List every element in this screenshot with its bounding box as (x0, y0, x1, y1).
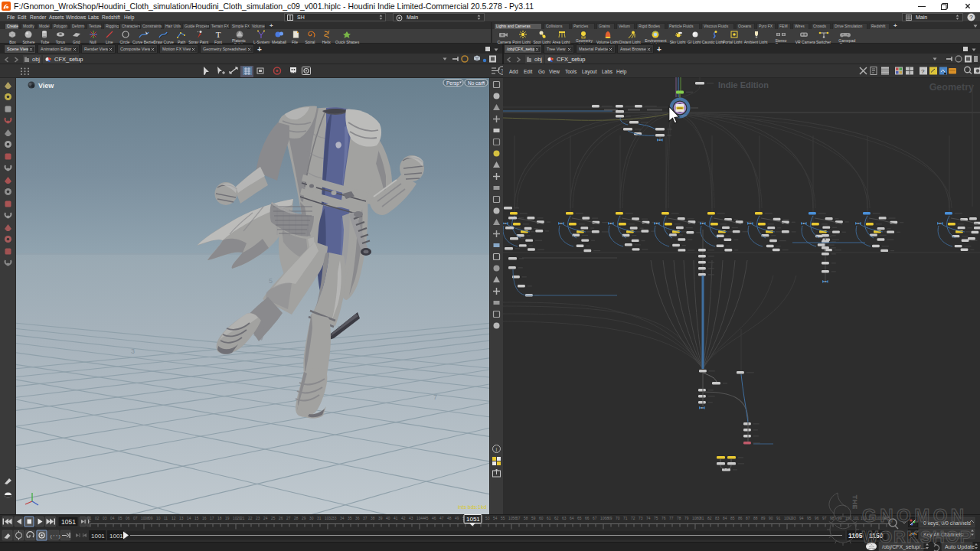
svg-text:No cam: No cam (468, 80, 485, 86)
svg-text:07: 07 (133, 517, 138, 520)
svg-text:15: 15 (194, 517, 199, 520)
svg-text:14: 14 (187, 517, 191, 520)
svg-text:Persp: Persp (446, 80, 459, 86)
svg-text:18: 18 (217, 517, 222, 520)
svg-text:04: 04 (110, 517, 115, 520)
svg-text:Edit: Edit (524, 69, 532, 74)
svg-text:03: 03 (103, 517, 107, 520)
svg-text:i: i (496, 446, 498, 453)
svg-text:79: 79 (684, 517, 689, 520)
svg-text:Help: Help (616, 69, 627, 75)
svg-text:84: 84 (723, 517, 727, 520)
svg-text:28: 28 (294, 517, 299, 520)
svg-text:T: T (216, 30, 221, 39)
svg-text:67: 67 (593, 517, 597, 520)
svg-text:11: 11 (164, 517, 168, 520)
svg-text:33: 33 (332, 517, 337, 520)
svg-text:55: 55 (501, 517, 505, 520)
svg-text:27: 27 (286, 517, 291, 520)
svg-text:57: 57 (516, 517, 521, 520)
svg-text:58: 58 (524, 517, 528, 520)
svg-text:23: 23 (256, 517, 260, 520)
svg-text:81: 81 (700, 517, 704, 520)
svg-text:95: 95 (807, 517, 812, 520)
svg-text:?: ? (969, 14, 973, 21)
svg-text:69: 69 (608, 517, 612, 520)
svg-text:01: 01 (87, 517, 92, 520)
svg-text:16: 16 (202, 517, 207, 520)
svg-text:91: 91 (776, 517, 781, 520)
svg-text:34: 34 (340, 517, 345, 520)
svg-text:71: 71 (623, 517, 628, 520)
svg-text:Layout: Layout (582, 69, 597, 75)
svg-text:77: 77 (669, 517, 674, 520)
svg-text:12: 12 (172, 517, 176, 520)
svg-text:93: 93 (792, 517, 796, 520)
svg-text:35: 35 (348, 517, 352, 520)
svg-text:(''): ('') (50, 534, 60, 540)
svg-text:41: 41 (394, 517, 398, 520)
svg-text:43: 43 (409, 517, 413, 520)
svg-text:65: 65 (577, 517, 582, 520)
svg-text:31: 31 (317, 517, 322, 520)
svg-text:63: 63 (562, 517, 567, 520)
svg-text:View: View (549, 69, 560, 74)
svg-text:73: 73 (639, 517, 643, 520)
svg-text:Tools: Tools (565, 69, 577, 74)
svg-text:36: 36 (355, 517, 360, 520)
svg-text:76: 76 (662, 517, 666, 520)
svg-text:1001: 1001 (109, 533, 123, 540)
svg-text:94: 94 (799, 517, 804, 520)
svg-text:83: 83 (715, 517, 720, 520)
svg-text:70: 70 (616, 517, 620, 520)
svg-text:geo: geo (681, 113, 687, 117)
svg-text:39: 39 (378, 517, 383, 520)
svg-text:87: 87 (746, 517, 750, 520)
svg-text:?: ? (921, 68, 925, 75)
svg-text:21: 21 (240, 517, 245, 520)
svg-text:ints bds:1kd: ints bds:1kd (458, 504, 486, 510)
svg-text:38: 38 (371, 517, 375, 520)
svg-text:Geometry: Geometry (929, 82, 974, 93)
svg-text:3: 3 (131, 347, 135, 355)
svg-text:49: 49 (455, 517, 459, 520)
svg-text:Add: Add (509, 69, 518, 74)
svg-text:72: 72 (631, 517, 635, 520)
svg-text:82: 82 (707, 517, 712, 520)
svg-text:89: 89 (761, 517, 766, 520)
svg-text:64: 64 (570, 517, 574, 520)
svg-text:1051: 1051 (61, 518, 76, 526)
svg-text:37: 37 (363, 517, 368, 520)
svg-text:25: 25 (271, 517, 276, 520)
svg-text:45: 45 (424, 517, 429, 520)
svg-text:78: 78 (677, 517, 681, 520)
svg-text:1051: 1051 (466, 516, 480, 523)
svg-text:Labs: Labs (602, 69, 613, 74)
svg-text:10: 10 (156, 517, 161, 520)
svg-text:47: 47 (439, 517, 444, 520)
svg-text:59: 59 (531, 517, 536, 520)
svg-text:View: View (38, 82, 54, 90)
svg-text:90: 90 (769, 517, 773, 520)
svg-text:13: 13 (179, 517, 184, 520)
svg-text:53: 53 (485, 517, 490, 520)
svg-text:1001: 1001 (91, 533, 105, 540)
svg-text:7: 7 (433, 393, 437, 401)
svg-text:17: 17 (210, 517, 214, 520)
svg-text:WORKSHOP: WORKSHOP (862, 527, 972, 546)
svg-text:75: 75 (654, 517, 658, 520)
svg-text:5: 5 (269, 277, 273, 285)
svg-text:22: 22 (248, 517, 253, 520)
svg-text:88: 88 (753, 517, 758, 520)
svg-text:Go: Go (538, 69, 545, 74)
svg-text:06: 06 (126, 517, 130, 520)
svg-text:66: 66 (585, 517, 590, 520)
svg-text:09: 09 (149, 517, 153, 520)
svg-text:GNOMON: GNOMON (862, 505, 968, 526)
svg-text:46: 46 (432, 517, 436, 520)
svg-text:Indie Edition: Indie Edition (718, 80, 769, 90)
svg-text:26: 26 (279, 517, 283, 520)
svg-text:42: 42 (401, 517, 406, 520)
svg-text:05: 05 (118, 517, 122, 520)
svg-text:02: 02 (95, 517, 100, 520)
